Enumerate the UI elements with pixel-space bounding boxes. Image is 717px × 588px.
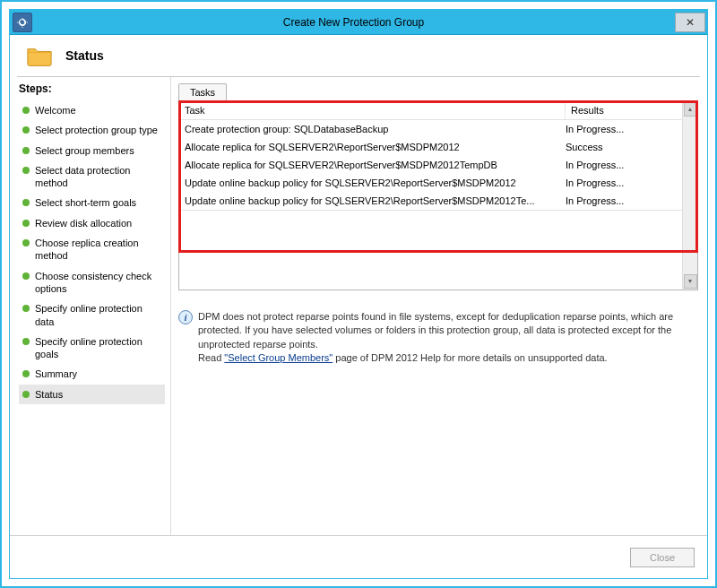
content-area: Tasks Task Results Create protection: [171, 77, 707, 535]
info-note: i DPM does not protect reparse points fo…: [178, 310, 698, 366]
step-label: Select group members: [35, 144, 161, 157]
step-label: Select data protection method: [35, 164, 161, 190]
table-row[interactable]: Update online backup policy for SQLSERVE…: [179, 174, 682, 192]
tasks-panel-wrap: Task Results Create protection group: SQ…: [178, 100, 698, 290]
table-row[interactable]: Allocate replica for SQLSERVER2\ReportSe…: [179, 138, 682, 156]
window-close-button[interactable]: ✕: [675, 13, 705, 32]
results-cell: In Progress...: [566, 195, 677, 206]
window-title: Create New Protection Group: [32, 16, 675, 29]
column-header-results[interactable]: Results: [566, 101, 682, 119]
step-label: Specify online protection data: [35, 302, 161, 328]
task-cell: Create protection group: SQLDatabaseBack…: [185, 124, 566, 134]
step-item[interactable]: Review disk allocation: [19, 213, 165, 233]
dialog-footer: Close: [10, 535, 707, 578]
info-text: DPM does not protect reparse points foun…: [198, 310, 698, 366]
table-row[interactable]: Allocate replica for SQLSERVER2\ReportSe…: [179, 156, 682, 174]
close-icon: ✕: [686, 16, 695, 29]
steps-sidebar: Steps: WelcomeSelect protection group ty…: [10, 77, 171, 535]
step-bullet-icon: [22, 220, 30, 227]
task-cell: Allocate replica for SQLSERVER2\ReportSe…: [185, 142, 566, 152]
step-label: Welcome: [35, 104, 161, 117]
page-title: Status: [65, 48, 104, 63]
info-line2-suffix: page of DPM 2012 Help for more details o…: [333, 352, 607, 363]
info-line2-prefix: Read: [198, 352, 224, 363]
page-header: Status: [10, 35, 707, 73]
column-header-task[interactable]: Task: [179, 101, 566, 119]
step-bullet-icon: [22, 239, 30, 246]
dialog-body: Status Steps: WelcomeSelect protection g…: [10, 35, 707, 578]
tasks-empty-area: [179, 210, 682, 247]
info-icon: i: [178, 310, 193, 324]
tasks-rows: Create protection group: SQLDatabaseBack…: [179, 120, 682, 210]
step-label: Choose replica creation method: [35, 237, 161, 263]
step-item[interactable]: Summary: [19, 364, 165, 384]
vertical-scrollbar[interactable]: ▴ ▾: [682, 101, 697, 290]
tab-tasks[interactable]: Tasks: [178, 83, 227, 100]
step-bullet-icon: [22, 199, 30, 206]
step-item[interactable]: Specify online protection data: [19, 298, 165, 332]
task-cell: Update online backup policy for SQLSERVE…: [185, 177, 566, 188]
folder-icon: [26, 44, 53, 67]
step-label: Review disk allocation: [35, 217, 161, 229]
step-item[interactable]: Welcome: [19, 100, 165, 120]
step-item[interactable]: Select group members: [19, 141, 165, 160]
dialog-window: Create New Protection Group ✕ Status: [9, 9, 708, 579]
step-label: Select protection group type: [35, 124, 161, 136]
title-bar: Create New Protection Group ✕: [10, 10, 707, 35]
step-bullet-icon: [22, 126, 30, 134]
step-bullet-icon: [22, 107, 30, 114]
outer-frame: Create New Protection Group ✕ Status: [0, 0, 717, 588]
system-icon: [13, 13, 32, 32]
step-bullet-icon: [22, 167, 30, 174]
results-cell: In Progress...: [566, 160, 677, 170]
step-label: Specify online protection goals: [35, 335, 161, 361]
step-item[interactable]: Specify online protection goals: [19, 332, 165, 365]
scroll-down-button[interactable]: ▾: [684, 274, 697, 289]
tasks-header-row: Task Results: [179, 101, 682, 120]
results-cell: In Progress...: [566, 177, 677, 188]
step-item[interactable]: Select protection group type: [19, 120, 165, 140]
step-label: Status: [35, 388, 161, 401]
table-row[interactable]: Create protection group: SQLDatabaseBack…: [179, 120, 682, 138]
close-button[interactable]: Close: [630, 548, 695, 567]
steps-list: WelcomeSelect protection group typeSelec…: [19, 100, 165, 404]
step-item[interactable]: Status: [19, 385, 165, 404]
steps-header: Steps:: [19, 82, 165, 95]
info-link[interactable]: "Select Group Members": [224, 352, 333, 363]
step-bullet-icon: [22, 305, 30, 312]
step-bullet-icon: [22, 147, 30, 154]
main-area: Steps: WelcomeSelect protection group ty…: [10, 77, 707, 535]
tab-strip: Tasks: [178, 81, 698, 100]
step-bullet-icon: [22, 391, 30, 398]
tasks-panel: Task Results Create protection group: SQ…: [178, 100, 698, 290]
table-row[interactable]: Update online backup policy for SQLSERVE…: [179, 192, 682, 210]
step-item[interactable]: Select short-term goals: [19, 193, 165, 212]
step-item[interactable]: Select data protection method: [19, 160, 165, 194]
results-cell: Success: [566, 142, 677, 152]
step-label: Summary: [35, 368, 161, 380]
scroll-up-button[interactable]: ▴: [684, 102, 697, 117]
step-bullet-icon: [22, 272, 30, 280]
info-line1: DPM does not protect reparse points foun…: [198, 311, 673, 350]
step-label: Select short-term goals: [35, 196, 161, 209]
step-bullet-icon: [22, 338, 30, 345]
results-cell: In Progress...: [566, 124, 677, 134]
step-bullet-icon: [22, 370, 30, 377]
task-cell: Allocate replica for SQLSERVER2\ReportSe…: [185, 160, 566, 170]
step-item[interactable]: Choose consistency check options: [19, 266, 165, 299]
step-item[interactable]: Choose replica creation method: [19, 233, 165, 266]
task-cell: Update online backup policy for SQLSERVE…: [185, 195, 566, 206]
step-label: Choose consistency check options: [35, 270, 161, 296]
